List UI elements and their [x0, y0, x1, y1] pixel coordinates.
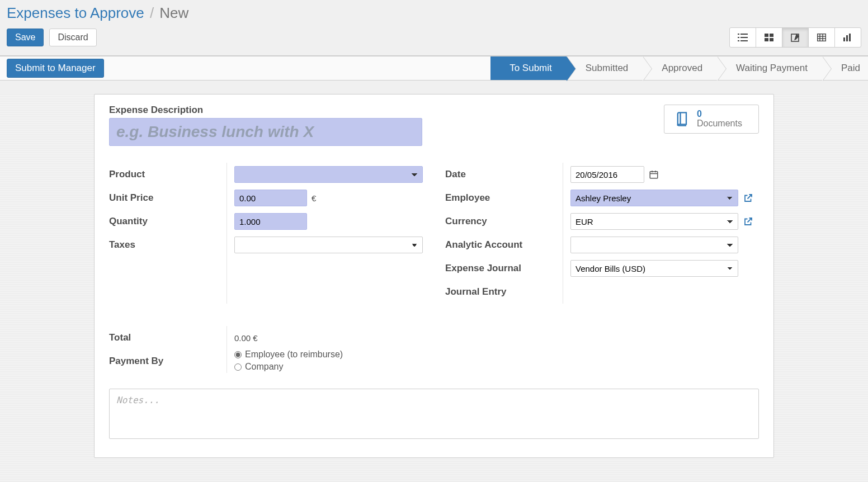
taxes-label: Taxes [109, 233, 227, 257]
stage-waiting-payment[interactable]: Waiting Payment [717, 56, 822, 80]
list-icon [738, 34, 748, 41]
group-bottom: Total 0.00 € Payment By Employee (to rei… [109, 326, 423, 373]
svg-rect-6 [765, 34, 768, 37]
product-label: Product [109, 163, 227, 186]
view-form-button[interactable] [782, 27, 809, 48]
expense-description-label: Expense Description [109, 105, 664, 116]
view-graph-button[interactable] [834, 27, 861, 48]
currency-external-link-icon[interactable] [743, 216, 754, 227]
documents-label: Documents [697, 119, 742, 129]
stage-submitted[interactable]: Submitted [567, 56, 643, 80]
payment-radio-employee[interactable] [234, 351, 242, 358]
view-list-button[interactable] [729, 27, 756, 48]
employee-label: Employee [445, 186, 563, 210]
form-sheet: Expense Description 0 Documents Product [94, 94, 774, 458]
view-kanban-button[interactable] [756, 27, 782, 48]
breadcrumb: Expenses to Approve / New [0, 0, 868, 25]
date-input[interactable] [570, 166, 644, 183]
pivot-icon [817, 34, 826, 41]
svg-rect-18 [849, 34, 851, 41]
svg-rect-5 [740, 40, 748, 41]
payment-option-company-label: Company [245, 362, 283, 372]
svg-rect-3 [740, 37, 748, 38]
employee-external-link-icon[interactable] [743, 192, 754, 204]
payment-option-company[interactable]: Company [234, 362, 283, 372]
svg-rect-1 [740, 34, 748, 35]
quantity-label: Quantity [109, 210, 227, 233]
discard-button[interactable]: Discard [49, 29, 96, 46]
breadcrumb-current: New [159, 4, 188, 21]
submit-manager-button[interactable]: Submit to Manager [7, 59, 104, 78]
status-stages: To Submit Submitted Approved Waiting Pay… [490, 56, 868, 80]
payment-option-employee[interactable]: Employee (to reimburse) [234, 349, 343, 360]
stage-approved[interactable]: Approved [643, 56, 717, 80]
employee-select[interactable]: Ashley Presley [570, 190, 738, 206]
svg-rect-8 [765, 38, 768, 41]
graph-icon [843, 34, 852, 41]
form-icon [791, 33, 800, 42]
control-panel-right [729, 27, 861, 48]
payment-by-label: Payment By [109, 349, 227, 373]
group-left: Product Unit Price € Quantity [109, 163, 423, 304]
stage-to-submit[interactable]: To Submit [490, 56, 567, 80]
control-panel-left: Save Discard [7, 29, 97, 46]
payment-option-employee-label: Employee (to reimburse) [245, 349, 343, 360]
svg-rect-16 [843, 37, 845, 41]
unit-price-currency: € [312, 193, 316, 203]
svg-rect-0 [738, 34, 739, 35]
documents-count: 0 [697, 110, 742, 119]
breadcrumb-parent[interactable]: Expenses to Approve [7, 4, 144, 21]
payment-radio-company[interactable] [234, 363, 242, 371]
currency-label: Currency [445, 210, 563, 233]
quantity-input[interactable] [234, 213, 307, 230]
svg-rect-11 [818, 34, 826, 41]
currency-select[interactable]: EUR [570, 213, 738, 230]
total-label: Total [109, 326, 227, 349]
svg-rect-17 [846, 35, 848, 41]
taxes-select[interactable] [234, 237, 423, 253]
analytic-account-label: Analytic Account [445, 233, 563, 257]
view-switcher [729, 27, 861, 48]
documents-button[interactable]: 0 Documents [664, 105, 759, 134]
breadcrumb-separator: / [147, 4, 157, 21]
view-pivot-button[interactable] [808, 27, 835, 48]
svg-rect-4 [738, 40, 739, 41]
group-right: Date Employee Ashley Presley [445, 163, 759, 304]
kanban-icon [765, 34, 773, 41]
svg-rect-9 [770, 38, 773, 41]
notes-textarea[interactable] [109, 389, 759, 439]
expense-journal-select[interactable]: Vendor Bills (USD) [570, 260, 738, 277]
expense-description-input[interactable] [109, 118, 422, 146]
expense-journal-label: Expense Journal [445, 257, 563, 280]
book-icon [674, 111, 690, 127]
unit-price-label: Unit Price [109, 186, 227, 210]
status-bar: Submit to Manager To Submit Submitted Ap… [0, 56, 868, 81]
unit-price-input[interactable] [234, 190, 307, 206]
journal-entry-label: Journal Entry [445, 280, 563, 304]
svg-rect-2 [738, 37, 739, 38]
date-label: Date [445, 163, 563, 186]
total-value: 0.00 € [234, 333, 258, 343]
save-button[interactable]: Save [7, 29, 44, 46]
product-select[interactable] [234, 166, 423, 183]
calendar-icon[interactable] [649, 169, 659, 179]
analytic-account-select[interactable] [570, 237, 738, 253]
control-panel: Save Discard [0, 25, 868, 56]
svg-rect-7 [770, 34, 773, 37]
svg-rect-20 [650, 172, 658, 178]
